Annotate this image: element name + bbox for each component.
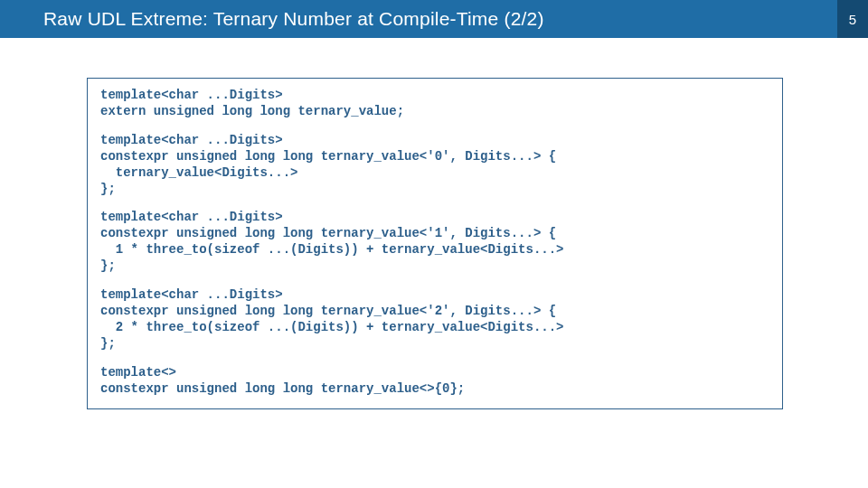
code-block: template<char ...Digits> constexpr unsig… — [100, 287, 769, 352]
page-number-badge: 5 — [837, 0, 868, 38]
title-bar: Raw UDL Extreme: Ternary Number at Compi… — [0, 0, 868, 38]
code-block: template<> constexpr unsigned long long … — [100, 365, 769, 398]
code-block: template<char ...Digits> extern unsigned… — [100, 88, 769, 120]
code-listing: template<char ...Digits> extern unsigned… — [87, 78, 783, 409]
slide-title: Raw UDL Extreme: Ternary Number at Compi… — [43, 8, 544, 30]
slide: Raw UDL Extreme: Ternary Number at Compi… — [0, 0, 868, 488]
code-block: template<char ...Digits> constexpr unsig… — [100, 133, 769, 198]
code-block: template<char ...Digits> constexpr unsig… — [100, 210, 769, 275]
